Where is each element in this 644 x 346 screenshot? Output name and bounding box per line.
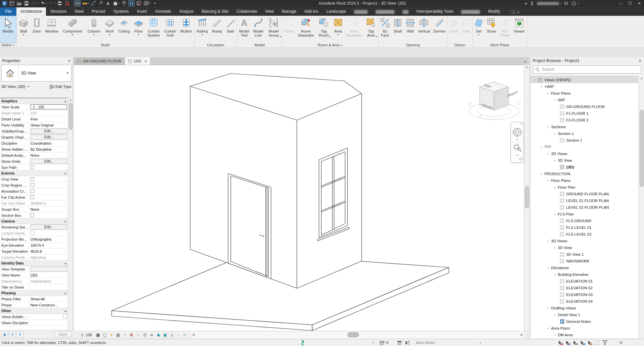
dropdown-caret-icon[interactable]: ▼ bbox=[22, 34, 25, 36]
tree-item-building-elevation[interactable]: −Building Elevation bbox=[530, 271, 638, 278]
maximize-button[interactable]: ❐ bbox=[625, 0, 635, 7]
tree-item-3d-views[interactable]: −3D Views bbox=[530, 238, 638, 244]
properties-filter-icon[interactable]: ⇵ bbox=[17, 332, 23, 337]
properties-section-extents[interactable]: Extents▲ bbox=[0, 170, 68, 176]
edit-type-button[interactable]: Edit Type bbox=[50, 85, 71, 89]
worksets-caret-icon[interactable]: ▾ bbox=[372, 341, 374, 344]
ribbon-button-model-line[interactable]: ModelLine bbox=[251, 16, 265, 43]
temporary-view-properties-icon[interactable]: ▣ bbox=[162, 332, 168, 338]
tree-item-general-notes[interactable]: General Notes bbox=[530, 318, 638, 325]
property-value[interactable] bbox=[30, 314, 68, 319]
reveal-constraints-icon[interactable]: ⊢ bbox=[182, 332, 189, 338]
tree-item-floor-plans[interactable]: −Floor Plans bbox=[530, 177, 638, 184]
tree-item-3d-view[interactable]: −3D View bbox=[530, 157, 638, 164]
view-tab-close-icon[interactable]: ✕ bbox=[144, 59, 147, 63]
active-workset-icon[interactable] bbox=[380, 341, 385, 345]
project-browser-search-input[interactable]: Search bbox=[533, 65, 641, 73]
redo-icon[interactable] bbox=[48, 0, 54, 6]
print-preview-icon[interactable] bbox=[64, 0, 70, 6]
tree-item-floor-plans[interactable]: −Floor Plans bbox=[530, 90, 638, 97]
tab-redacted[interactable] bbox=[350, 8, 372, 16]
collapse-arrow-icon[interactable]: ◂ bbox=[525, 1, 527, 6]
dropdown-caret-icon[interactable]: ▼ bbox=[109, 34, 111, 36]
dropdown-caret-icon[interactable]: ▼ bbox=[376, 36, 378, 38]
tree-item-3d-views[interactable]: −3D Views bbox=[530, 150, 638, 157]
tree-item-sections[interactable]: −Sections bbox=[530, 123, 638, 130]
tree-item-detail-view-1[interactable]: −Detail View 1 bbox=[530, 311, 638, 318]
tree-collapse-icon[interactable]: − bbox=[553, 333, 556, 337]
ribbon-button-ramp[interactable]: Ramp bbox=[210, 16, 224, 43]
property-value[interactable]: Fine bbox=[30, 117, 68, 121]
ribbon-button-stair[interactable]: Stair bbox=[224, 16, 237, 43]
property-value[interactable]: Show Original bbox=[30, 123, 68, 127]
main-model-icon[interactable] bbox=[405, 341, 410, 345]
tree-collapse-icon[interactable]: − bbox=[553, 132, 556, 136]
property-value[interactable]: Orthographic bbox=[30, 237, 68, 241]
dropdown-caret-icon[interactable]: ▼ bbox=[201, 34, 204, 36]
tree-collapse-icon[interactable]: − bbox=[553, 246, 556, 250]
dropdown-caret-icon[interactable]: ▼ bbox=[279, 36, 282, 38]
canvas-vertical-scrollbar[interactable]: ▲ bbox=[524, 65, 529, 331]
unlocked-view-icon[interactable]: Ω bbox=[142, 332, 148, 338]
select-links-icon[interactable] bbox=[558, 340, 563, 345]
ribbon-button-component[interactable]: Component▼ bbox=[60, 16, 85, 43]
collapse-chevron-icon[interactable]: ▲ bbox=[64, 172, 67, 175]
tree-item-elevation-04[interactable]: ELEVATION 04 bbox=[530, 298, 638, 305]
rendering-dialog-icon[interactable]: ◔ bbox=[121, 332, 128, 338]
property-value[interactable]: Edit... bbox=[30, 225, 68, 230]
tree-collapse-icon[interactable]: − bbox=[546, 125, 550, 129]
text-icon[interactable]: A bbox=[105, 0, 111, 6]
save-icon[interactable] bbox=[23, 0, 30, 6]
tree-item-ground-floor-plan[interactable]: GROUND FLOOR PLAN bbox=[530, 191, 638, 197]
tree-collapse-icon[interactable]: − bbox=[540, 85, 543, 89]
property-value[interactable] bbox=[30, 213, 68, 217]
apply-button[interactable]: Apply bbox=[54, 331, 72, 337]
tree-collapse-icon[interactable]: − bbox=[540, 172, 543, 176]
properties-section-other[interactable]: Other▲ bbox=[0, 308, 68, 314]
tab-redacted[interactable] bbox=[372, 8, 398, 16]
property-value[interactable]: Edit... bbox=[30, 129, 68, 134]
tree-item-floor-plan[interactable]: −Floor Plan bbox=[530, 184, 638, 191]
tree-item-wip[interactable]: −WIP bbox=[530, 97, 638, 103]
revit-logo[interactable]: R bbox=[1, 0, 8, 6]
displacement-icon[interactable]: ◌ bbox=[175, 332, 182, 338]
home-icon-caret[interactable]: ▾ bbox=[119, 2, 120, 5]
close-button[interactable]: ✕ bbox=[635, 0, 644, 7]
ruler-icon-caret[interactable]: ▾ bbox=[88, 2, 90, 5]
active-design-option-label[interactable]: Main Model bbox=[416, 341, 435, 345]
project-browser-close-icon[interactable]: ✕ bbox=[639, 59, 642, 63]
align-line-icon[interactable] bbox=[90, 0, 97, 6]
tree-collapse-icon[interactable]: − bbox=[553, 313, 556, 317]
switch-windows-icon[interactable] bbox=[143, 0, 150, 6]
ribbon-button-column[interactable]: Column▼ bbox=[85, 16, 103, 43]
collapse-chevron-icon[interactable]: ▲ bbox=[64, 309, 67, 312]
property-value[interactable]: None bbox=[30, 207, 68, 211]
tree-item-views-views-[interactable]: −Views (VIEWS) bbox=[530, 77, 638, 83]
property-value[interactable]: Edit... bbox=[30, 135, 68, 140]
tree-item-level-01-floor-plan[interactable]: LEVEL 01 FLOOR PLAN bbox=[530, 197, 638, 204]
tree-collapse-icon[interactable]: − bbox=[546, 91, 550, 95]
tree-item-level-02-floor-plan[interactable]: LEVEL 02 FLOOR PLAN bbox=[530, 204, 638, 211]
tree-collapse-icon[interactable]: − bbox=[546, 266, 550, 270]
temporary-hide-isolate-icon[interactable]: ∞ bbox=[148, 332, 155, 338]
tab-manage[interactable]: Manage bbox=[278, 7, 300, 16]
ruler-icon[interactable] bbox=[82, 0, 88, 6]
tree-item--[interactable]: −??? bbox=[530, 144, 638, 150]
tree-collapse-icon[interactable]: − bbox=[546, 152, 550, 156]
measure-pin-icon[interactable] bbox=[74, 0, 81, 6]
switch-windows-icon-caret[interactable]: ▾ bbox=[150, 2, 151, 5]
ribbon-button-wall[interactable]: Wall bbox=[404, 16, 416, 43]
property-value[interactable] bbox=[30, 165, 68, 169]
ribbon-button-roof[interactable]: Roof▼ bbox=[103, 16, 116, 43]
navbar-minimize-icon[interactable] bbox=[520, 158, 523, 161]
drawing-canvas[interactable]: S TOP FRONT RIGHT ✕ ▼ bbox=[74, 65, 524, 331]
properties-section-camera[interactable]: Camera▲ bbox=[0, 218, 68, 224]
tree-item-elevation-03[interactable]: ELEVATION 03 bbox=[530, 291, 638, 298]
tree-item-section-1[interactable]: −Section 1 bbox=[530, 130, 638, 137]
ribbon-button-vertical[interactable]: Vertical bbox=[416, 16, 432, 43]
crop-region-icon[interactable]: ⌂ bbox=[135, 332, 142, 338]
tree-item-fls-plan[interactable]: −FLS Plan bbox=[530, 211, 638, 217]
view-tab-gr-ground-floor[interactable]: GR-GROUND FLOOR bbox=[74, 57, 125, 65]
dropdown-caret-icon[interactable]: ▼ bbox=[71, 34, 74, 36]
property-value[interactable]: 4616.8 bbox=[30, 249, 68, 253]
